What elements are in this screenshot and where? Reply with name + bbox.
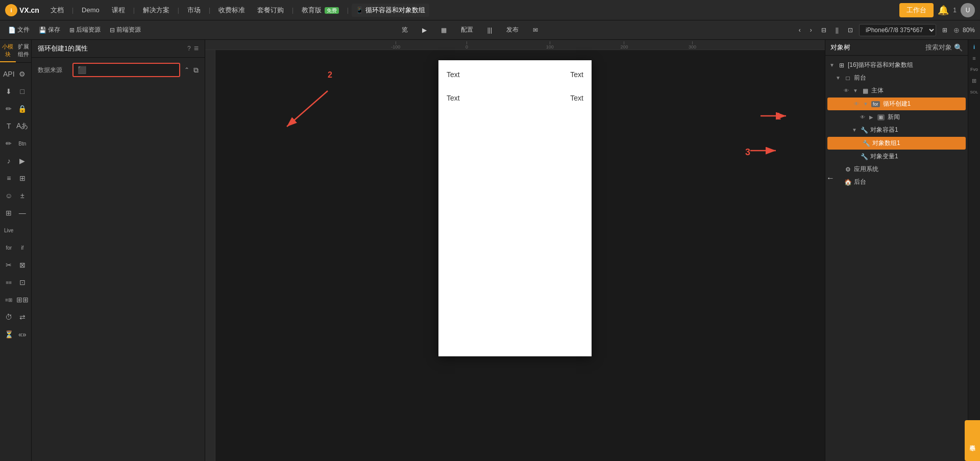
sidebar-fvo-icon[interactable]: Fvo <box>969 64 979 75</box>
nav-docs[interactable]: 文档 <box>45 4 69 17</box>
logo[interactable]: i VX.cn <box>5 4 39 16</box>
eye-icon-main[interactable]: 👁 <box>844 88 851 93</box>
left-arrow-button[interactable]: ← <box>826 174 835 183</box>
divider-icon[interactable]: — <box>16 207 29 219</box>
backend-resource-button[interactable]: ⊞ 后端资源 <box>66 24 104 36</box>
expand-icon[interactable]: ⌃ <box>184 66 189 74</box>
text-row-1: Text Text <box>447 70 583 79</box>
icon-row: Live <box>0 222 31 238</box>
plus-minus-icon[interactable]: ± <box>16 189 29 202</box>
pen-icon[interactable]: ✏ <box>3 137 15 150</box>
file-button[interactable]: 📄 文件 <box>5 24 33 36</box>
active-tab[interactable]: 📱 循环容器和对象数组 <box>352 4 429 17</box>
search-icon[interactable]: 🔍 <box>954 43 963 52</box>
play-button[interactable]: ▶ <box>417 25 432 36</box>
empty-icon <box>16 224 29 236</box>
send-button[interactable]: ✉ <box>528 25 543 36</box>
icon-row: ✏ Btn <box>0 135 31 152</box>
fullscreen-button[interactable]: ⊞ <box>939 25 950 35</box>
hourglass-icon[interactable]: ⏳ <box>3 328 15 341</box>
props-menu-icon[interactable]: ≡ <box>194 44 199 53</box>
icon-row: ♪ ▶ <box>0 153 31 169</box>
eye-icon-news[interactable]: 👁 <box>860 114 867 120</box>
sidebar-list-icon[interactable]: ≡ <box>969 53 979 63</box>
gear-icon[interactable]: ⚙ <box>16 68 29 80</box>
apps-icon[interactable]: ⊞ <box>3 207 15 219</box>
nav-plan[interactable]: 套餐订购 <box>252 4 289 17</box>
table-grid-icon[interactable]: ⊡ <box>16 276 29 288</box>
nav-edu[interactable]: 教育版 免费 <box>297 4 344 17</box>
tree-item-app-system[interactable]: ⚙ 应用系统 <box>825 163 968 176</box>
nav-course[interactable]: 课程 <box>107 4 130 17</box>
grid-button[interactable]: ▦ <box>436 25 452 36</box>
tree-item-loop-create[interactable]: 👁 ▼ for 循环创建1 <box>827 98 966 110</box>
data-source-input[interactable]: ⬛ <box>72 63 180 77</box>
sidebar-grid-icon[interactable]: ⊞ <box>969 76 979 86</box>
video-icon[interactable]: ▶ <box>16 155 29 167</box>
text-right-1: Text <box>570 70 583 79</box>
layout-btn3[interactable]: ⊡ <box>845 25 856 35</box>
nav-solution[interactable]: 解决方案 <box>138 4 175 17</box>
workspace-button[interactable]: 工作台 <box>899 3 934 17</box>
publish-button[interactable]: 发布 <box>501 23 524 36</box>
data-source-label: 数据来源 <box>38 66 68 75</box>
list-icon[interactable]: ≡ <box>3 172 15 184</box>
tree-item-obj-array[interactable]: 🔧 对象数组1 <box>827 137 966 150</box>
nav-demo[interactable]: Demo <box>77 4 105 16</box>
bars-button[interactable]: ||| <box>482 25 497 36</box>
live-icon[interactable]: Live <box>3 224 15 236</box>
button-icon[interactable]: Btn <box>16 137 29 150</box>
bell-icon[interactable]: 🔔 <box>938 5 949 16</box>
tab-expand-widget[interactable]: 扩展组件 <box>16 40 32 62</box>
grid-table-icon[interactable]: ⊞⊞ <box>16 294 29 306</box>
sidebar-sol-icon[interactable]: SOL <box>969 87 979 97</box>
copy-icon[interactable]: ⧉ <box>193 66 199 75</box>
search-label[interactable]: 搜索对象 <box>925 43 952 52</box>
tree-item-project[interactable]: ▼ ⊞ [16]循环容器和对象数组 <box>825 59 968 71</box>
tree-item-frontend[interactable]: ▼ □ 前台 <box>825 71 968 84</box>
nav-pricing[interactable]: 收费标准 <box>213 4 250 17</box>
help-icon[interactable]: ? <box>187 45 191 52</box>
layout-btn2[interactable]: || <box>832 25 842 35</box>
ruler-marks: -100 0 100 200 300 <box>205 40 825 50</box>
config-button[interactable]: 配置 <box>456 23 478 36</box>
view-button[interactable]: 览 <box>397 23 413 36</box>
box-icon[interactable]: □ <box>16 85 29 98</box>
grid-icon[interactable]: ⊞ <box>16 172 29 184</box>
cursor-icon: ⬛ <box>78 66 86 74</box>
table-list-icon[interactable]: ≡≡ <box>3 276 15 288</box>
nav-prev-button[interactable]: ‹ <box>796 25 804 35</box>
timer-icon[interactable]: ⏱ <box>3 311 15 323</box>
tab-small-module[interactable]: 小模块 <box>0 40 16 62</box>
tree-item-obj-container[interactable]: ▼ 🔧 对象容器1 <box>825 124 968 136</box>
info-sidebar-icon[interactable]: i <box>969 42 979 52</box>
tree-item-news[interactable]: 👁 ▶ ⊞ 新闻 <box>825 111 968 124</box>
contact-center-button[interactable]: 联系中心 <box>965 420 980 461</box>
frame-icon[interactable]: ⊠ <box>16 259 29 271</box>
api-icon[interactable]: API <box>3 68 15 80</box>
frontend-resource-button[interactable]: ⊟ 前端资源 <box>107 24 144 36</box>
edit-icon[interactable]: ✏ <box>3 103 15 115</box>
smiley-icon[interactable]: ☺ <box>3 189 15 202</box>
nav-next-button[interactable]: › <box>807 25 815 35</box>
text-icon[interactable]: T <box>3 120 15 132</box>
download-icon[interactable]: ⬇ <box>3 85 15 98</box>
translate-icon[interactable]: Aあ <box>16 120 29 132</box>
device-selector[interactable]: iPhone6/7/8 375*667 <box>859 24 936 36</box>
for-icon[interactable]: for <box>3 241 15 254</box>
table-rows-icon[interactable]: ≡⊞ <box>3 294 15 306</box>
avatar[interactable]: U <box>961 3 975 17</box>
nav-market[interactable]: 市场 <box>182 4 206 17</box>
eye-icon-loop[interactable]: 👁 <box>854 101 861 107</box>
swap-icon[interactable]: ⇄ <box>16 311 29 323</box>
if-icon[interactable]: if <box>16 241 29 254</box>
layout-btn1[interactable]: ⊟ <box>818 25 829 35</box>
arrows-icon[interactable]: «» <box>16 328 29 341</box>
lock-icon[interactable]: 🔒 <box>16 103 29 115</box>
tree-item-backend[interactable]: 🏠 后台 <box>825 176 968 188</box>
scissors-icon[interactable]: ✂ <box>3 259 15 271</box>
music-icon[interactable]: ♪ <box>3 155 15 167</box>
save-button[interactable]: 💾 保存 <box>36 24 63 36</box>
tree-item-main[interactable]: 👁 ▼ ▦ 主体 <box>825 84 968 97</box>
tree-item-obj-var[interactable]: 🔧 对象变量1 <box>825 150 968 163</box>
